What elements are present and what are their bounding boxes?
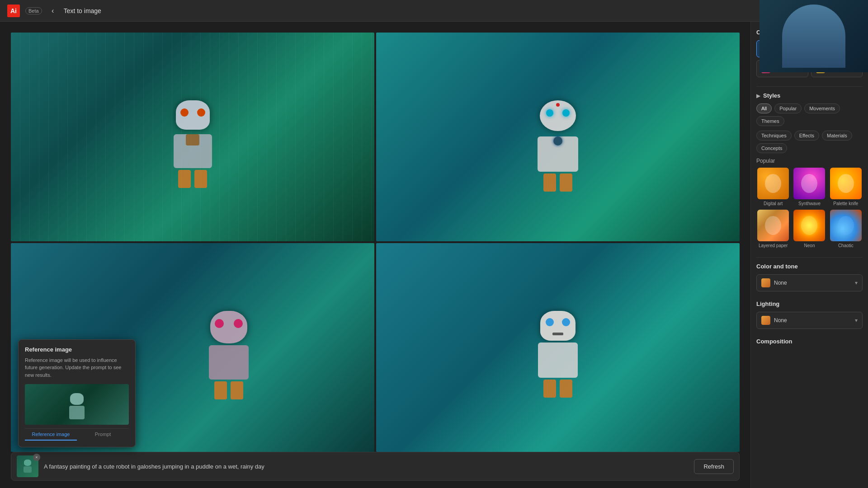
filter-popular[interactable]: Popular <box>774 103 802 113</box>
reference-thumbnail[interactable] <box>25 384 129 425</box>
digital-art-thumb <box>757 168 789 199</box>
generated-image-2[interactable] <box>376 33 740 241</box>
filter-techniques[interactable]: Techniques <box>756 131 792 141</box>
tab-prompt[interactable]: Prompt <box>77 429 129 441</box>
divider-1 <box>756 86 863 87</box>
filter-concepts[interactable]: Concepts <box>756 143 787 153</box>
style-neon[interactable]: Neon <box>793 210 826 248</box>
top-bar: Ai Beta ‹ Text to image <box>0 0 868 22</box>
refresh-button[interactable]: Refresh <box>694 459 734 474</box>
filter-all[interactable]: All <box>756 103 772 113</box>
divider-2 <box>756 257 863 258</box>
reference-tabs: Reference image Prompt <box>25 428 129 441</box>
chaotic-thumb <box>830 210 862 241</box>
neon-thumb <box>793 210 825 241</box>
prompt-text[interactable]: A fantasy painting of a cute robot in ga… <box>44 463 689 470</box>
reference-tooltip-title: Reference image <box>25 346 129 353</box>
prompt-bar: × A fantasy painting of a cute robot in … <box>11 452 740 481</box>
tab-reference-image[interactable]: Reference image <box>25 429 77 441</box>
page-title: Text to image <box>64 7 101 14</box>
composition-section: Composition <box>756 338 863 345</box>
lighting-icon <box>761 316 770 325</box>
style-grid-row-2: Layered paper Neon Chaotic <box>756 210 863 248</box>
layered-paper-thumb <box>757 210 789 241</box>
filter-movements[interactable]: Movements <box>804 103 840 113</box>
back-button[interactable]: ‹ <box>47 5 58 16</box>
palette-knife-thumb <box>830 168 862 199</box>
beta-badge: Beta <box>25 7 42 14</box>
robot-1 <box>152 100 233 200</box>
lighting-section: Lighting None ▾ <box>756 300 863 329</box>
generated-image-4[interactable] <box>376 243 740 452</box>
adobe-logo: Ai <box>7 5 20 17</box>
lighting-chevron-icon: ▾ <box>855 317 858 324</box>
robot-2 <box>517 100 599 200</box>
style-filter-row-2: Techniques Effects Materials Concepts <box>756 131 863 153</box>
filter-themes[interactable]: Themes <box>756 116 784 126</box>
styles-section: ▶ Styles All Popular Movements Themes Te… <box>756 92 863 248</box>
color-tone-value: None <box>774 280 851 286</box>
popular-section-label: Popular <box>756 158 863 164</box>
filter-materials[interactable]: Materials <box>822 131 852 141</box>
lighting-value: None <box>774 317 851 324</box>
reference-tooltip: Reference image Reference image will be … <box>18 339 136 448</box>
neon-label: Neon <box>804 243 815 248</box>
style-grid-row-1: Digital art Synthwave Palette knife <box>756 168 863 206</box>
main-layout: Reference image Reference image will be … <box>0 22 868 488</box>
prompt-thumbnail: × <box>17 455 38 477</box>
lighting-dropdown[interactable]: None ▾ <box>756 312 863 329</box>
synthwave-label: Synthwave <box>798 201 821 206</box>
styles-header: ▶ Styles <box>756 92 863 99</box>
filter-effects[interactable]: Effects <box>794 131 819 141</box>
webcam-person <box>782 5 845 68</box>
lighting-title: Lighting <box>756 300 863 307</box>
color-tone-section: Color and tone None ▾ <box>756 263 863 291</box>
robot-3 <box>188 311 269 410</box>
robot-4 <box>517 311 599 410</box>
style-synthwave[interactable]: Synthwave <box>793 168 826 206</box>
chaotic-label: Chaotic <box>838 243 854 248</box>
color-tone-title: Color and tone <box>756 263 863 270</box>
style-filter-row-1: All Popular Movements Themes <box>756 103 863 126</box>
style-digital-art[interactable]: Digital art <box>756 168 790 206</box>
composition-title: Composition <box>756 338 863 345</box>
styles-chevron-icon: ▶ <box>756 93 760 99</box>
style-layered-paper[interactable]: Layered paper <box>756 210 790 248</box>
style-chaotic[interactable]: Chaotic <box>829 210 863 248</box>
palette-knife-label: Palette knife <box>833 201 858 206</box>
right-panel: Content type None ✓ Photo Graphic Ar <box>750 22 868 488</box>
synthwave-thumb <box>793 168 825 199</box>
generated-image-1[interactable] <box>11 33 374 241</box>
style-palette-knife[interactable]: Palette knife <box>829 168 863 206</box>
digital-art-label: Digital art <box>764 201 783 206</box>
canvas-area: Reference image Reference image will be … <box>0 22 750 488</box>
color-tone-chevron-icon: ▾ <box>855 280 858 286</box>
reference-tooltip-description: Reference image will be used to influenc… <box>25 357 129 379</box>
color-tone-dropdown[interactable]: None ▾ <box>756 274 863 291</box>
layered-paper-label: Layered paper <box>759 243 788 248</box>
styles-title: Styles <box>763 92 780 99</box>
webcam-preview <box>760 0 868 72</box>
color-tone-icon <box>761 278 770 287</box>
